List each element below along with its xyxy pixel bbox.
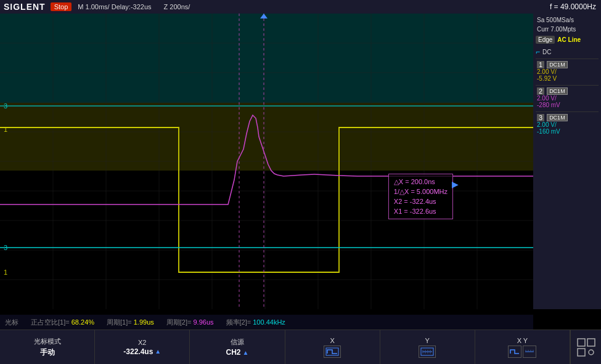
y-waveform-icon [420,347,435,357]
xy-icons [508,346,536,358]
source-btn[interactable]: 信源 CH2 ▲ [190,330,285,364]
stop-button[interactable]: Stop [51,2,72,11]
xy-label: X Y [517,337,528,344]
cursor-mode-btn[interactable]: 光标模式 手动 [0,330,95,364]
ch2-num: 2 [537,87,544,95]
cursor-mode-label-top: 光标模式 [34,337,61,346]
xy-x-waveform [509,347,520,356]
x2-label-top: X2 [138,339,146,346]
ch1-volts: 2.00 V/ [537,68,597,75]
svg-text:1: 1 [4,269,7,276]
acline-label: AC Line [557,36,581,43]
freq2: 频率[2]= 100.44kHz [226,318,285,327]
ch2-volts: 2.00 V/ [537,95,597,102]
x2-btn[interactable]: X2 -322.4us ▲ [95,330,190,364]
x2-label-bottom: -322.4us [123,347,153,356]
period1: 周期[1]= 1.99us [107,318,154,327]
y-icon-box [419,346,436,358]
source-label-bottom: CH2 [226,348,240,357]
settings-icon [576,338,596,357]
bottom-status-bar: 光标 正占空比[1]= 68.24% 周期[1]= 1.99us 周期[2]= … [0,315,533,330]
ch1-coupling: DC1M [547,61,568,68]
time-info: M 1.00ms/ Delay:-322us [78,3,151,10]
cursor-arrow-icon: ▶ [452,179,459,189]
duty-cycle: 正占空比[1]= 68.24% [31,318,94,327]
ch2-offset: -280 mV [537,102,597,108]
dc-label: DC [542,49,551,55]
edge-label: Edge [536,36,555,44]
freq-display: f = 49.0000Hz [550,2,596,11]
xy-btn[interactable]: X Y [475,330,570,364]
ch3-coupling: DC1M [547,114,568,121]
xy-x-icon [508,346,521,358]
curr-pts: Curr 7.00Mpts [536,25,599,33]
ch3-volts: 2.00 V/ [537,121,597,128]
source-up-arrow: ▲ [242,349,248,356]
ch1-offset: -5.92 V [537,75,597,82]
settings-btn[interactable] [570,330,601,364]
sample-rate: Sa 500MSa/s [536,16,599,24]
svg-text:1: 1 [4,126,7,133]
source-label-top: 信源 [231,338,244,347]
svg-text:3: 3 [4,244,7,251]
y-label: Y [425,337,430,344]
bottom-toolbar: 光标模式 手动 X2 -322.4us ▲ 信源 CH2 ▲ X Y [0,330,601,364]
trigger-row: Edge AC Line [536,36,599,44]
ch3-offset: -160 mV [537,128,597,135]
cursor-inv-dx: 1/△X = 5.000MHz [394,187,448,196]
svg-text:3: 3 [4,102,7,110]
svg-rect-32 [578,339,585,346]
cursor-mode-label-bottom: 手动 [40,347,55,358]
cursor-tooltip: △X = 200.0ns 1/△X = 5.000MHz X2 = -322.4… [388,174,453,219]
cursor-x1: X1 = -322.6us [394,206,448,216]
xy-y-icon [523,346,536,358]
zoom-info: Z 200ns/ [164,3,190,10]
cursor-mode-label: 光标 [5,318,18,327]
scope-area: 1 3 3 1 △X = 200.0ns 1/△X = 5.000MHz X2 … [0,14,533,309]
svg-rect-34 [578,349,585,356]
logo: SIGLENT [4,2,46,12]
x2-up-arrow: ▲ [155,348,161,355]
cursor-delta-x: △X = 200.0ns [394,177,448,187]
x-label: X [330,337,334,344]
cursor-x2: X2 = -322.4us [394,196,448,206]
ch1-block: 1 DC1M 2.00 V/ -5.92 V [536,59,599,84]
ch2-coupling: DC1M [547,87,568,95]
right-panel: Sa 500MSa/s Curr 7.00Mpts Edge AC Line ⌐… [533,14,601,309]
ch1-num: 1 [537,61,544,68]
svg-point-35 [589,350,594,355]
trigger-icon: ⌐ [536,47,540,56]
ch3-num: 3 [537,114,544,121]
x-waveform-icon [325,347,340,357]
y-btn[interactable]: Y [380,330,475,364]
period2: 周期[2]= 9.96us [166,318,214,327]
xy-y-waveform [524,347,535,356]
ch2-block: 2 DC1M 2.00 V/ -280 mV [536,85,599,110]
svg-rect-33 [587,339,595,346]
x-btn[interactable]: X [285,330,380,364]
ch3-block: 3 DC1M 2.00 V/ -160 mV [536,111,599,137]
trigger-sym-row: ⌐ DC [536,47,599,56]
svg-marker-20 [260,14,268,18]
top-bar: SIGLENT Stop M 1.00ms/ Delay:-322us Z 20… [0,0,601,14]
x-icon-box [324,346,341,358]
grid-canvas: 1 3 3 1 [0,14,533,309]
